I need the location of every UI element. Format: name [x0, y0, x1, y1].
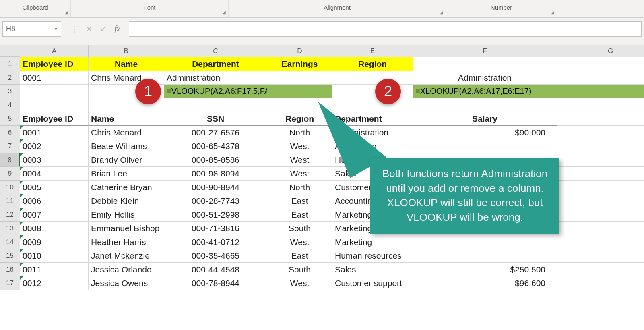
cell[interactable]: [557, 57, 644, 71]
cell[interactable]: 000-90-8944: [164, 181, 267, 194]
cell[interactable]: Department: [164, 57, 267, 71]
cell[interactable]: Emily Hollis: [89, 208, 164, 222]
cell[interactable]: Name: [89, 57, 164, 71]
row-header[interactable]: 10: [0, 181, 20, 194]
cell[interactable]: Earnings: [267, 57, 332, 71]
chevron-down-icon[interactable]: ▼: [54, 26, 58, 32]
cell[interactable]: [413, 57, 557, 71]
cell[interactable]: 000-85-8586: [164, 153, 267, 167]
cell[interactable]: [557, 194, 644, 208]
cell[interactable]: 0010: [20, 249, 89, 263]
cell[interactable]: [20, 98, 89, 112]
cell[interactable]: Jessica Orlando: [89, 263, 164, 276]
cell[interactable]: 000-44-4548: [164, 263, 267, 276]
ribbon-group-number[interactable]: Number ◢: [446, 0, 557, 17]
cell[interactable]: [557, 98, 644, 112]
row-header[interactable]: 4: [0, 98, 20, 112]
cell[interactable]: 000-28-7743: [164, 194, 267, 208]
cell[interactable]: 000-65-4378: [164, 139, 267, 153]
cell[interactable]: 000-27-6576: [164, 126, 267, 139]
cell[interactable]: Employee ID: [20, 57, 89, 71]
cell[interactable]: Debbie Klein: [89, 194, 164, 208]
dialog-launcher-icon[interactable]: ◢: [223, 10, 225, 15]
cell[interactable]: 0009: [20, 235, 89, 249]
row-header[interactable]: 7: [0, 139, 20, 153]
cell[interactable]: [557, 153, 644, 167]
cell[interactable]: [557, 85, 644, 98]
row-header[interactable]: 2: [0, 71, 20, 85]
cell[interactable]: 000-35-4665: [164, 249, 267, 263]
ribbon-group-font[interactable]: Font ◢: [71, 0, 229, 17]
cell[interactable]: 0011: [20, 263, 89, 276]
cell[interactable]: 000-71-3816: [164, 222, 267, 235]
cell[interactable]: [557, 112, 644, 126]
cell[interactable]: 0005: [20, 181, 89, 194]
row-header[interactable]: 8: [0, 153, 20, 167]
cell[interactable]: 000-98-8094: [164, 167, 267, 181]
cell[interactable]: 0003: [20, 153, 89, 167]
cell[interactable]: [557, 249, 644, 263]
col-header-C[interactable]: C: [164, 45, 267, 57]
name-box[interactable]: H8 ▼: [2, 21, 61, 37]
cell[interactable]: Employee ID: [20, 112, 89, 126]
cell[interactable]: 0002: [20, 139, 89, 153]
cell[interactable]: Beate Williams: [89, 139, 164, 153]
row-header[interactable]: 16: [0, 263, 20, 276]
row-header[interactable]: 1: [0, 57, 20, 71]
dialog-launcher-icon[interactable]: ◢: [440, 10, 443, 15]
cell[interactable]: [557, 139, 644, 153]
row-header[interactable]: 5: [0, 112, 20, 126]
col-header-G[interactable]: G: [557, 45, 644, 57]
cell[interactable]: [557, 71, 644, 85]
col-header-F[interactable]: F: [413, 45, 557, 57]
insert-function-icon[interactable]: fx: [114, 24, 120, 33]
cell[interactable]: Region: [332, 57, 413, 71]
cell[interactable]: Administration: [413, 71, 557, 85]
row-header[interactable]: 6: [0, 126, 20, 139]
cell[interactable]: [20, 85, 89, 98]
cell[interactable]: SSN: [164, 112, 267, 126]
cell[interactable]: [557, 208, 644, 222]
cell[interactable]: Name: [89, 112, 164, 126]
cell[interactable]: Administration: [164, 71, 267, 85]
cell[interactable]: 0006: [20, 194, 89, 208]
cell[interactable]: [164, 98, 267, 112]
cancel-icon[interactable]: ✕: [86, 24, 93, 34]
cell[interactable]: 0001: [20, 71, 89, 85]
row-header[interactable]: 12: [0, 208, 20, 222]
cell[interactable]: Janet Mckenzie: [89, 249, 164, 263]
col-header-A[interactable]: A: [20, 45, 89, 57]
cell[interactable]: 0008: [20, 222, 89, 235]
row-header[interactable]: 13: [0, 222, 20, 235]
cell[interactable]: Catherine Bryan: [89, 181, 164, 194]
col-header-E[interactable]: E: [332, 45, 413, 57]
cell[interactable]: [557, 263, 644, 276]
col-header-D[interactable]: D: [267, 45, 332, 57]
cell[interactable]: 000-41-0712: [164, 235, 267, 249]
enter-icon[interactable]: ✓: [100, 24, 107, 34]
cell[interactable]: Emmanuel Bishop: [89, 222, 164, 235]
dialog-launcher-icon[interactable]: ◢: [65, 10, 68, 15]
cell[interactable]: Chris Menard: [89, 126, 164, 139]
row-header[interactable]: 17: [0, 276, 20, 290]
cell[interactable]: [557, 222, 644, 235]
cell[interactable]: [557, 235, 644, 249]
cell[interactable]: 0004: [20, 167, 89, 181]
cell[interactable]: =VLOOKUP(A2,A6:F17,5,FALSE): [164, 85, 267, 98]
dialog-launcher-icon[interactable]: ◢: [551, 10, 554, 15]
cell[interactable]: Brian Lee: [89, 167, 164, 181]
cell[interactable]: Jessica Owens: [89, 276, 164, 290]
select-all-corner[interactable]: [0, 45, 20, 57]
row-header[interactable]: 14: [0, 235, 20, 249]
cell[interactable]: [557, 276, 644, 290]
cell[interactable]: [557, 126, 644, 139]
row-header[interactable]: 3: [0, 85, 20, 98]
cell[interactable]: [267, 71, 332, 85]
cell[interactable]: 0007: [20, 208, 89, 222]
row-header[interactable]: 9: [0, 167, 20, 181]
row-header[interactable]: 15: [0, 249, 20, 263]
cell[interactable]: 0012: [20, 276, 89, 290]
cell[interactable]: [557, 167, 644, 181]
cell[interactable]: [332, 71, 413, 85]
col-header-B[interactable]: B: [89, 45, 164, 57]
